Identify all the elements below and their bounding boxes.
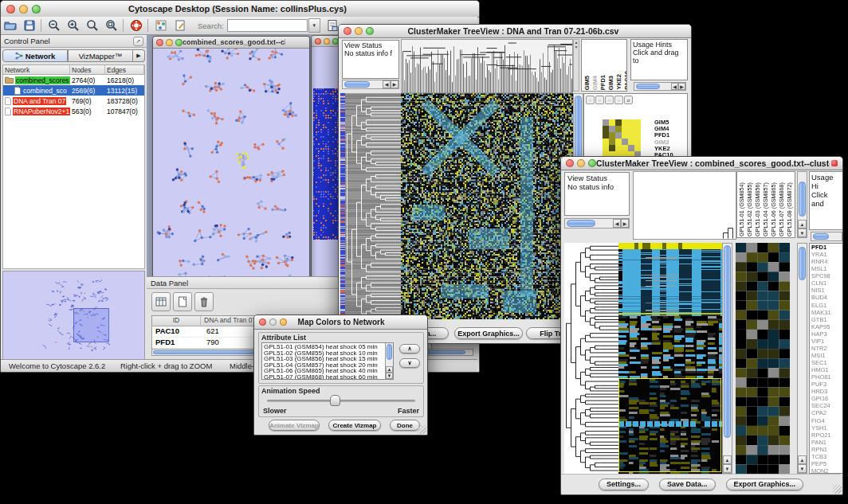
network-view-canvas[interactable] xyxy=(153,49,308,290)
close-icon[interactable] xyxy=(315,38,321,45)
zoom-selected-icon[interactable] xyxy=(104,18,119,33)
tv2-heatmap-vscrollbar[interactable]: ▲ ▼ xyxy=(722,243,732,474)
main-window-title: Cytoscape Desktop (Session Name: collins… xyxy=(41,4,434,14)
tv2-genes-vscrollbar[interactable]: ▲ ▼ xyxy=(797,243,807,474)
attribute-list[interactable]: GPL51-01 (GSM854) heat shock 05 minGPL51… xyxy=(261,342,394,380)
tv2-column-dendrogram-canvas[interactable] xyxy=(633,171,736,240)
zoom-window-icon[interactable] xyxy=(32,5,41,14)
network-list-item[interactable]: DNA and Tran 07769(0)183728(0) xyxy=(3,96,144,106)
zoom-fit-icon[interactable] xyxy=(85,18,100,33)
network-list-item[interactable]: RNAPuberNov2+1563(0)107847(0) xyxy=(3,106,144,116)
close-icon[interactable] xyxy=(259,318,266,326)
minimize-icon[interactable] xyxy=(577,159,585,167)
tab-vizmapper[interactable]: VizMapper™ xyxy=(68,49,133,62)
tv2-button-settings[interactable]: Settings... xyxy=(599,479,649,490)
tv2-gene-label: HRD3 xyxy=(811,388,831,395)
tv1-dendro-spinner[interactable]: ▲▼ xyxy=(573,39,579,92)
tv2-gene-label: MSI1 xyxy=(811,352,831,359)
minimize-icon[interactable] xyxy=(269,318,277,326)
close-icon[interactable] xyxy=(6,5,15,14)
animate-vizmap-button[interactable]: Animate Vizmap xyxy=(269,420,320,431)
tv2-gene-label: BUD4 xyxy=(811,294,831,301)
close-icon[interactable] xyxy=(156,39,163,46)
tv2-gene-label: NIS1 xyxy=(811,287,831,294)
tv1-column-dendrogram-canvas[interactable] xyxy=(401,39,573,93)
dialog-titlebar[interactable]: Map Colors to Network xyxy=(254,315,427,330)
tv2-row-dendrogram-canvas[interactable] xyxy=(564,243,618,474)
close-icon[interactable] xyxy=(344,27,351,35)
annotation-icon[interactable] xyxy=(173,18,187,33)
attribute-list-item[interactable]: GPL51-07 (GSM868) heat shock 60 min xyxy=(264,374,384,381)
tv2-labels-vscrollbar[interactable]: ▲ ▼ xyxy=(797,171,807,238)
tv2-column-label: GPL51-06 (GSM865) xyxy=(770,182,777,236)
column-header-network[interactable]: Network xyxy=(3,65,70,74)
column-header-nodes[interactable]: Nodes xyxy=(70,65,105,74)
slider-thumb[interactable] xyxy=(330,395,340,406)
tab-network[interactable]: Network xyxy=(2,49,68,62)
close-icon[interactable] xyxy=(566,159,574,167)
network-overview-canvas[interactable] xyxy=(2,271,145,360)
tv1-column-label: GIM4 xyxy=(591,76,599,90)
open-folder-icon[interactable] xyxy=(3,18,18,33)
column-header-id[interactable]: ID xyxy=(152,316,201,326)
minimize-icon[interactable] xyxy=(355,27,363,35)
tv2-usage-hints-title: Usage Hi xyxy=(811,173,841,190)
network-list-item[interactable]: combined_scores2764(0)16218(0) xyxy=(3,75,144,85)
new-attribute-icon[interactable] xyxy=(173,292,192,311)
zoom-fit-icon[interactable]: ○ xyxy=(605,96,614,104)
tv2-titlebar[interactable]: ClusterMaker TreeView : combined_scores_… xyxy=(561,157,842,170)
delete-attribute-icon[interactable] xyxy=(194,292,214,311)
tv2-button-savedata[interactable]: Save Data... xyxy=(659,479,716,490)
network-nodes: 2764(0) xyxy=(72,76,107,84)
vizmap-nodes-icon[interactable] xyxy=(154,18,168,33)
tv1-titlebar[interactable]: ClusterMaker TreeView : DNA and Tran 07-… xyxy=(339,25,691,38)
animation-speed-slider[interactable] xyxy=(267,400,415,402)
zoom-out-icon[interactable]: ○ xyxy=(595,96,604,104)
zoom-window-icon[interactable] xyxy=(588,159,596,167)
tv1-status-scrollbar[interactable]: ◀ ▶ xyxy=(342,80,399,89)
tv1-column-label: YKE2 xyxy=(615,74,622,90)
search-dropdown-icon[interactable]: ▼ xyxy=(308,18,320,33)
search-input[interactable] xyxy=(227,19,308,32)
tv2-heatmap-canvas[interactable] xyxy=(618,243,722,474)
tv1-zoom-toolbar: ○○○○⇄ xyxy=(586,96,633,104)
minimize-icon[interactable] xyxy=(324,38,330,45)
tv2-status-scrollbar[interactable]: ◀ ▶ xyxy=(564,218,630,229)
tab-overflow-icon[interactable]: ▶ xyxy=(133,49,145,62)
network-list-item[interactable]: combined_sco2569(6)13112(15) xyxy=(3,85,144,96)
zoom-window-icon[interactable] xyxy=(366,27,374,35)
done-button[interactable]: Done xyxy=(390,420,420,431)
zoom-in-icon[interactable]: ○ xyxy=(586,96,595,104)
minimize-icon[interactable] xyxy=(166,39,173,46)
tv1-row-dendrogram-canvas[interactable] xyxy=(345,93,401,319)
tv1-zoom-heatmap-canvas[interactable] xyxy=(603,119,641,158)
resize-grip[interactable] xyxy=(418,425,426,434)
move-down-button[interactable]: ∨ xyxy=(399,358,420,368)
zoom-in-icon[interactable] xyxy=(66,18,80,33)
zoom-out-icon[interactable] xyxy=(47,18,61,33)
tv2-hints-scrollbar[interactable] xyxy=(811,232,842,241)
column-header-edges[interactable]: Edges xyxy=(105,65,144,74)
tv2-zoom-heatmap-canvas[interactable] xyxy=(736,243,790,474)
tv2-gene-label: SEC1 xyxy=(811,359,831,366)
tv1-heatmap-canvas[interactable] xyxy=(401,93,573,319)
move-up-button[interactable]: ∧ xyxy=(399,344,420,354)
minimize-icon[interactable] xyxy=(19,5,28,14)
zoom-window-icon[interactable] xyxy=(175,39,183,46)
help-lifering-icon[interactable] xyxy=(129,18,143,33)
tv1-hints-scrollbar[interactable]: ◀ ▶ xyxy=(634,82,686,91)
data-panel-title: Data Panel xyxy=(151,279,188,287)
attribute-table-icon[interactable] xyxy=(151,292,171,311)
dialog-title: Map Colors to Network xyxy=(287,318,395,326)
create-vizmap-button[interactable]: Create Vizmap xyxy=(328,420,381,431)
tv2-button-exportgraphics[interactable]: Export Graphics... xyxy=(726,479,804,490)
main-titlebar[interactable]: Cytoscape Desktop (Session Name: collins… xyxy=(1,1,479,18)
float-panel-icon[interactable]: ↗ xyxy=(133,37,143,46)
flip-arrow-icon[interactable]: ⇄ xyxy=(624,96,633,104)
save-icon[interactable] xyxy=(22,18,37,33)
zoom-selected-icon[interactable]: ○ xyxy=(614,96,623,104)
tv1-button-exportgraphics[interactable]: Export Graphics... xyxy=(454,327,523,339)
attribute-list-vscrollbar[interactable]: ▲ ▼ xyxy=(385,343,393,379)
zoom-window-icon[interactable] xyxy=(280,318,287,326)
resize-grip[interactable] xyxy=(833,485,842,494)
